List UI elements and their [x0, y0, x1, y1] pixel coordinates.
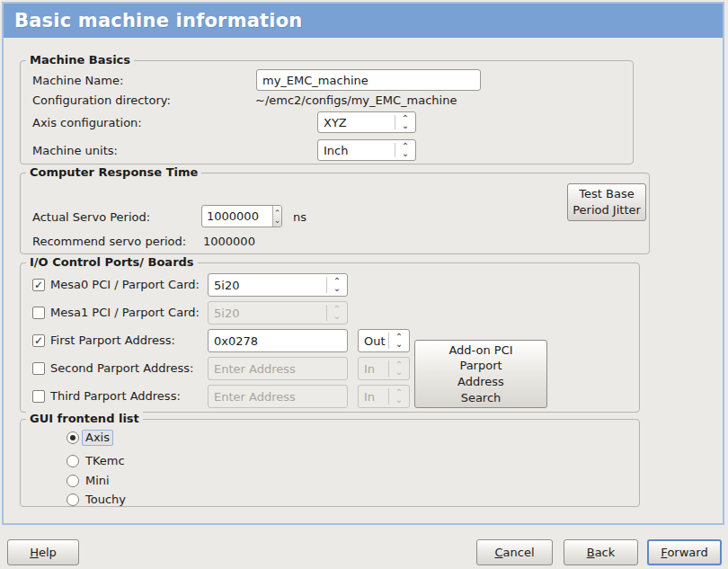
- checkmark-icon: ✓: [34, 280, 43, 290]
- radio-mini[interactable]: [67, 475, 79, 487]
- io-ports-legend: I/O Control Ports/ Boards: [26, 255, 198, 269]
- third-parport-address-input: [208, 385, 348, 408]
- gui-frontend-legend: GUI frontend list: [26, 412, 143, 425]
- radio-tkemc-label[interactable]: TKemc: [82, 453, 129, 469]
- test-base-period-jitter-button[interactable]: Test BasePeriod Jitter: [567, 183, 646, 221]
- machine-units-label: Machine units:: [32, 144, 118, 157]
- io-ports-section: I/O Control Ports/ Boards ✓ Mesa0 PCI / …: [20, 262, 640, 413]
- second-parport-label: Second Parport Address:: [50, 361, 193, 375]
- combo-arrows-icon: ⌃⌄: [389, 386, 409, 407]
- gui-frontend-section: GUI frontend list Axis TKemc Mini Touchy: [20, 419, 640, 507]
- spinner-arrows-icon[interactable]: ⌃⌄: [272, 206, 281, 227]
- combo-arrows-icon: ⌃⌄: [395, 112, 415, 132]
- first-parport-direction-combo[interactable]: Out ⌃⌄: [358, 329, 410, 352]
- combo-arrows-icon: ⌃⌄: [395, 140, 415, 160]
- back-button[interactable]: Back: [564, 539, 638, 565]
- checkmark-icon: ✓: [34, 335, 43, 346]
- servo-period-label: Actual Servo Period:: [32, 210, 150, 224]
- mesa1-card-value: 5i20: [209, 302, 326, 324]
- third-parport-label: Third Parport Address:: [50, 389, 181, 403]
- first-parport-address-input[interactable]: [208, 329, 348, 352]
- radio-tkemc[interactable]: [67, 455, 79, 467]
- config-dir-label: Configuration directory:: [32, 93, 171, 107]
- third-parport-direction-combo: In ⌃⌄: [358, 385, 410, 408]
- first-parport-direction-value: Out: [359, 330, 388, 351]
- mesa1-card-combo: 5i20 ⌃⌄: [208, 301, 348, 325]
- combo-arrows-icon: ⌃⌄: [327, 274, 347, 296]
- radio-dot-icon: [70, 435, 75, 440]
- recommend-period-value: 1000000: [203, 235, 255, 248]
- mesa1-label: Mesa1 PCI / Parport Card:: [50, 306, 200, 319]
- help-button[interactable]: Help: [7, 539, 79, 565]
- servo-period-input[interactable]: [202, 206, 272, 227]
- axis-config-combo[interactable]: XYZ ⌃⌄: [317, 111, 416, 133]
- combo-arrows-icon: ⌃⌄: [389, 330, 409, 351]
- mesa0-card-combo[interactable]: 5i20 ⌃⌄: [208, 273, 348, 297]
- second-parport-address-input: [208, 357, 348, 380]
- page-title: Basic machine information: [14, 4, 303, 38]
- response-time-legend: Computer Response Time: [26, 165, 201, 179]
- machine-units-combo[interactable]: Inch ⌃⌄: [317, 139, 416, 161]
- mesa0-card-value: 5i20: [209, 274, 326, 296]
- cancel-button[interactable]: Cancel: [476, 539, 553, 565]
- mesa1-checkbox[interactable]: [32, 307, 45, 319]
- machine-units-value: Inch: [318, 140, 395, 160]
- radio-axis[interactable]: [67, 431, 79, 444]
- recommend-period-label: Recommend servo period:: [32, 235, 186, 248]
- forward-button[interactable]: Forward: [647, 539, 722, 565]
- third-parport-checkbox[interactable]: [32, 390, 45, 403]
- second-parport-direction-value: In: [359, 358, 388, 379]
- mesa0-checkbox[interactable]: ✓: [32, 279, 45, 291]
- servo-period-spinner[interactable]: ⌃⌄: [201, 205, 282, 227]
- response-time-section: Computer Response Time Actual Servo Peri…: [20, 173, 650, 254]
- combo-arrows-icon: ⌃⌄: [389, 358, 409, 379]
- axis-config-value: XYZ: [318, 112, 395, 132]
- wizard-header: Basic machine information: [4, 4, 723, 38]
- second-parport-checkbox[interactable]: [32, 362, 45, 375]
- machine-basics-section: Machine Basics Machine Name: Configurati…: [20, 60, 634, 164]
- axis-config-label: Axis configuration:: [32, 116, 142, 129]
- machine-basics-legend: Machine Basics: [26, 53, 134, 67]
- first-parport-checkbox[interactable]: ✓: [32, 334, 45, 347]
- radio-touchy-label[interactable]: Touchy: [82, 492, 129, 508]
- radio-touchy[interactable]: [67, 493, 79, 506]
- second-parport-direction-combo: In ⌃⌄: [358, 357, 410, 380]
- mesa0-label: Mesa0 PCI / Parport Card:: [50, 278, 200, 291]
- radio-axis-label[interactable]: Axis: [82, 430, 113, 446]
- addon-pci-parport-search-button[interactable]: Add-on PCI Parport Address Search: [414, 340, 547, 408]
- config-dir-value: ~/emc2/configs/my_EMC_machine: [255, 93, 457, 107]
- combo-arrows-icon: ⌃⌄: [327, 302, 347, 324]
- radio-mini-label[interactable]: Mini: [82, 473, 113, 489]
- machine-name-label: Machine Name:: [32, 74, 123, 87]
- machine-name-input[interactable]: [256, 69, 481, 91]
- servo-period-unit: ns: [293, 210, 306, 224]
- third-parport-direction-value: In: [359, 386, 388, 407]
- first-parport-label: First Parport Address:: [50, 333, 175, 347]
